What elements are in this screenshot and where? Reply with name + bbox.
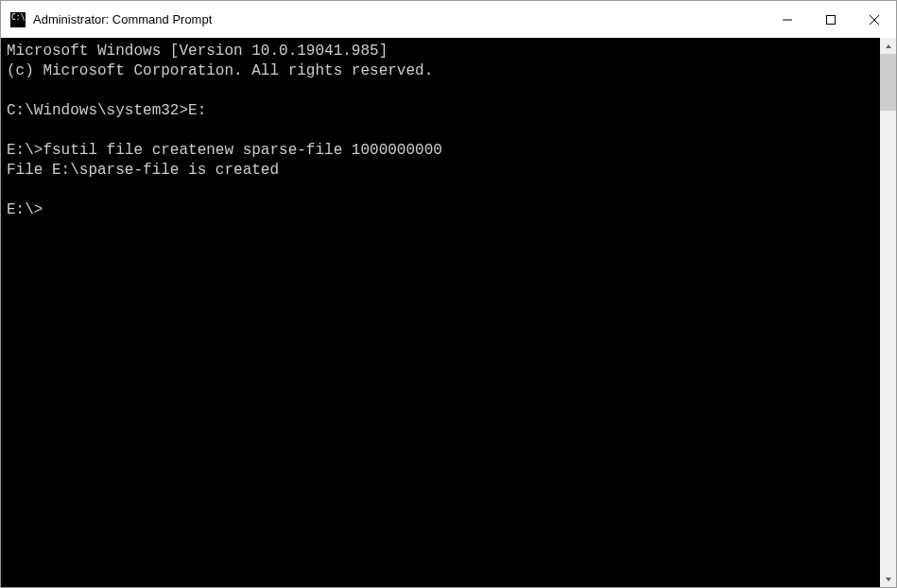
svg-marker-4 [886,44,891,48]
close-button[interactable] [853,1,896,38]
maximize-icon [826,15,836,25]
window-title: Administrator: Command Prompt [33,12,766,26]
window-controls [766,1,896,38]
svg-marker-5 [886,578,891,581]
terminal-line [7,121,880,141]
terminal-line: E:\>fsutil file createnew sparse-file 10… [7,141,880,161]
terminal-line: Microsoft Windows [Version 10.0.19041.98… [7,42,880,61]
titlebar[interactable]: Administrator: Command Prompt [1,1,896,38]
window-frame: Administrator: Command Prompt Microsoft … [0,0,897,588]
terminal-output[interactable]: Microsoft Windows [Version 10.0.19041.98… [1,38,880,587]
scroll-down-button[interactable] [880,571,896,587]
vertical-scrollbar[interactable] [880,38,896,587]
terminal-line: C:\Windows\system32>E: [7,101,880,121]
cmd-icon [10,12,26,27]
scroll-up-button[interactable] [880,38,896,54]
scroll-thumb[interactable] [880,54,896,111]
client-area: Microsoft Windows [Version 10.0.19041.98… [1,38,896,587]
chevron-down-icon [885,576,892,583]
terminal-line: (c) Microsoft Corporation. All rights re… [7,61,880,81]
maximize-button[interactable] [809,1,853,38]
close-icon [870,15,879,25]
minimize-icon [783,15,792,25]
chevron-up-icon [885,43,892,50]
minimize-button[interactable] [766,1,809,38]
terminal-line: E:\> [7,200,880,220]
terminal-line: File E:\sparse-file is created [7,161,880,181]
terminal-line [7,81,880,101]
terminal-line [7,181,880,200]
svg-rect-1 [827,15,836,24]
